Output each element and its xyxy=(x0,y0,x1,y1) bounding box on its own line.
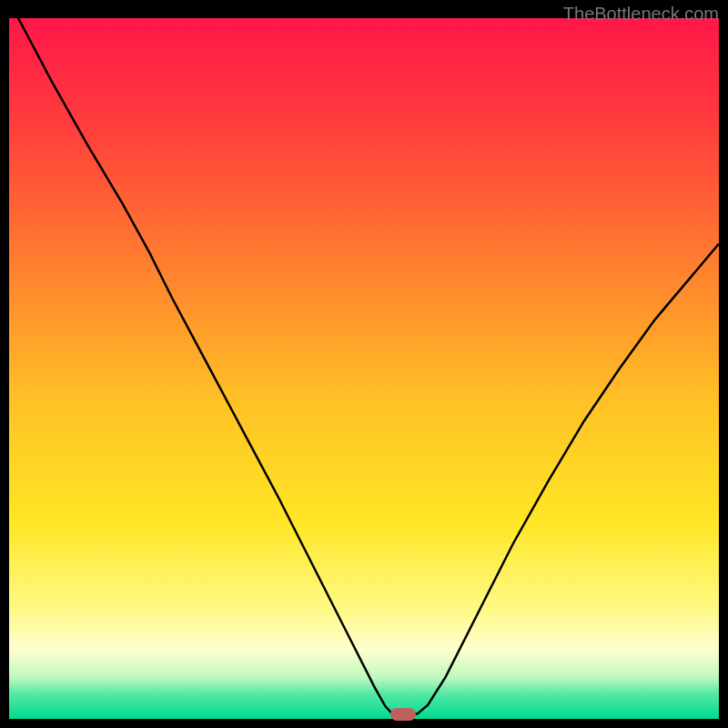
chart-root: TheBottleneck.com xyxy=(0,0,728,728)
plot-svg xyxy=(9,18,719,719)
watermark-text: TheBottleneck.com xyxy=(563,4,719,25)
plot-background xyxy=(9,18,719,719)
highlight-marker xyxy=(390,708,416,721)
